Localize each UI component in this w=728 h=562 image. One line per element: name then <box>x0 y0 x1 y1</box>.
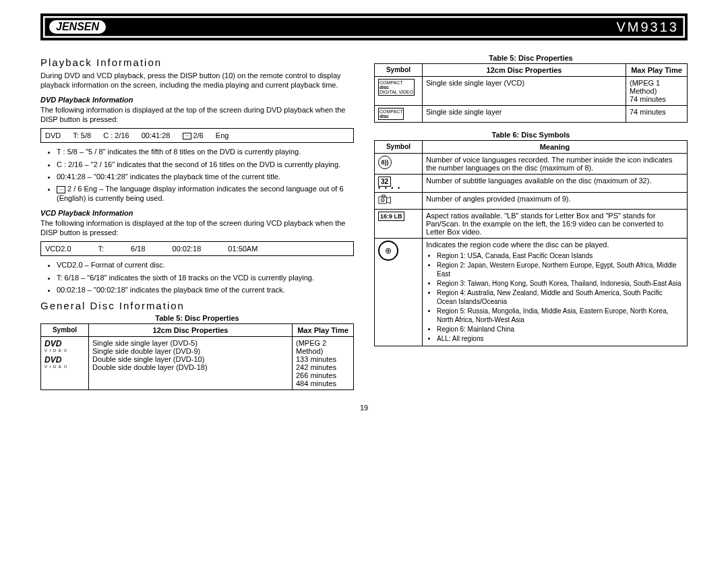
disc-symbols-table: Symbol Meaning 8)) Number of voice langu… <box>374 140 688 346</box>
list-item: Region 6: Mainland China <box>437 325 684 334</box>
vcd-playback-para: The following information is displayed a… <box>40 218 354 238</box>
table-row: COMPACTdisc Single side single layer 74 … <box>375 106 688 123</box>
disc-properties-table-right: Symbol 12cm Disc Properties Max Play Tim… <box>374 63 688 123</box>
td-props: Single side single layer (DVD-5) Single … <box>89 337 293 390</box>
th-symbol: Symbol <box>375 64 423 77</box>
list-item: ALL: All regions <box>437 334 684 343</box>
page-number: 19 <box>40 404 688 412</box>
th-meaning: Meaning <box>423 141 688 154</box>
th-prop: 12cm Disc Properties <box>89 324 293 337</box>
angle-icon: 9 <box>375 192 423 209</box>
vcd-bullet-list: VCD2.0 – Format of current disc. T: 6/18… <box>40 260 354 294</box>
th-time: Max Play Time <box>293 324 354 337</box>
model-number: VM9313 <box>617 20 679 35</box>
general-disc-heading: General Disc Information <box>40 300 354 311</box>
list-item: VCD2.0 – Format of current disc. <box>57 260 354 270</box>
list-item: Region 3: Taiwan, Hong Kong, South Korea… <box>437 279 684 288</box>
list-item: C : 2/16 – "2 / 16" indicates that the s… <box>57 160 354 169</box>
vcd-playback-subhead: VCD Playback Information <box>40 209 354 217</box>
table-row: 32 • • • • Number of subtitle languages … <box>375 175 688 193</box>
table-row: 8)) Number of voice languages recorded. … <box>375 154 688 175</box>
list-item: T: 6/18 – "6/18" indicates the sixth of … <box>57 273 354 282</box>
vcd-info-box: VCD2.0 T: 6/18 00:02:18 01:50AM <box>40 241 354 256</box>
right-column: Table 5: Disc Properties Symbol 12cm Dis… <box>374 51 688 390</box>
cd-logo-cell: COMPACTdisc <box>375 106 423 123</box>
list-item: Region 2: Japan, Western Europe, Norther… <box>437 261 684 278</box>
playback-info-heading: Playback Information <box>40 57 354 68</box>
table6-caption: Table 6: Disc Symbols <box>374 131 688 139</box>
dvd-logo-cell: DVD V I D E O DVD V I D E O <box>41 337 89 390</box>
td-time: (MPEG 2 Method) 133 minutes 242 minutes … <box>293 337 354 390</box>
dvd-logo-icon: DVD <box>44 339 85 348</box>
compact-disc-icon: COMPACTdisc <box>378 108 404 120</box>
brand-logo: JENSEN <box>49 20 106 34</box>
th-symbol: Symbol <box>41 324 89 337</box>
playback-intro: During DVD and VCD playback, press the D… <box>40 71 354 90</box>
region-code-icon: ⊕ <box>378 241 398 261</box>
dvd-bullet-list: T : 5/8 – "5 / 8" indicates the fifth of… <box>40 147 354 203</box>
table5-caption-left: Table 5: Disc Properties <box>40 314 354 322</box>
list-item: 00:41:28 – "00:41:28" indicates the play… <box>57 172 354 181</box>
list-item: Region 5: Russia, Mongolia, India, Middl… <box>437 307 684 324</box>
th-symbol: Symbol <box>375 141 423 154</box>
dvd-playback-para: The following information is displayed a… <box>40 105 354 125</box>
speech-icon: ⋯ <box>57 186 65 193</box>
vcd-logo-cell: COMPACTdiscDIGITAL VIDEO <box>375 77 423 106</box>
table-row: COMPACTdiscDIGITAL VIDEO Single side sin… <box>375 77 688 106</box>
th-time: Max Play Time <box>626 64 688 77</box>
region-list: Region 1: USA, Canada, East Pacific Ocea… <box>426 251 684 343</box>
table-row: 9 Number of angles provided (maximum of … <box>375 192 688 209</box>
dvd-logo-icon: DVD <box>44 355 85 365</box>
list-item: Region 1: USA, Canada, East Pacific Ocea… <box>437 251 684 260</box>
dvd-info-box: DVD T: 5/8 C : 2/16 00:41:28 ⋯ 2/6 Eng <box>40 128 354 143</box>
left-column: Playback Information During DVD and VCD … <box>40 51 354 390</box>
table-row: 16:9 LB Aspect ratios available. "LB" st… <box>375 209 688 238</box>
list-item: ⋯ 2 / 6 Eng – The language display infor… <box>57 184 354 204</box>
list-item: Region 4: Australia, New Zealand, Middle… <box>437 288 684 306</box>
list-item: 00:02:18 – "00:02:18" indicates the play… <box>57 285 354 294</box>
table-row: ⊕ Indicates the region code where the di… <box>375 238 688 346</box>
table-row: DVD V I D E O DVD V I D E O Single side … <box>41 337 354 390</box>
voice-lang-icon: 8)) <box>378 156 392 169</box>
th-prop: 12cm Disc Properties <box>423 64 626 77</box>
dvd-playback-subhead: DVD Playback Information <box>40 96 354 104</box>
compact-disc-icon: COMPACTdiscDIGITAL VIDEO <box>378 79 415 96</box>
page-header: JENSEN VM9313 <box>40 13 688 40</box>
disc-properties-table-left: Symbol 12cm Disc Properties Max Play Tim… <box>40 323 354 390</box>
aspect-ratio-icon: 16:9 LB <box>378 212 404 221</box>
list-item: T : 5/8 – "5 / 8" indicates the fifth of… <box>57 147 354 156</box>
table5-caption-right: Table 5: Disc Properties <box>374 54 688 62</box>
speech-icon: ⋯ <box>183 133 191 139</box>
